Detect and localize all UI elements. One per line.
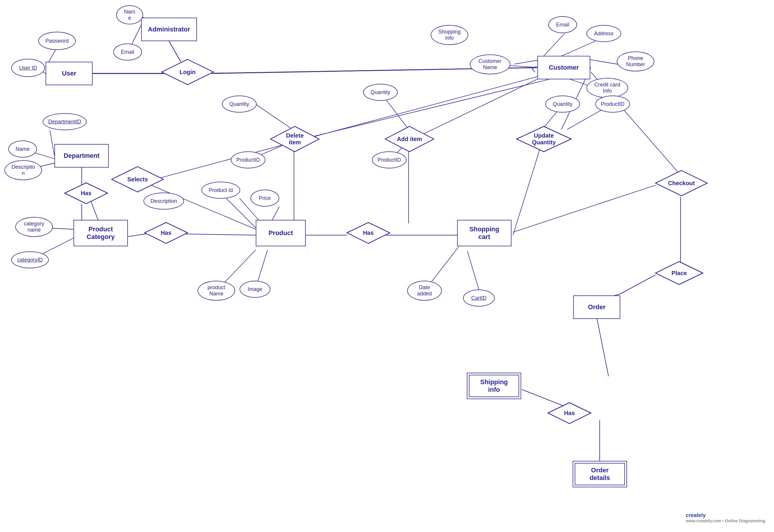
relationship-has-prod-cart: Has	[346, 222, 390, 244]
relationship-selects: Selects	[111, 166, 164, 193]
attribute-update-quantity: Quantity	[545, 96, 580, 113]
relationship-has-cat-prod: Has	[144, 222, 188, 244]
attribute-add-quantity: Quantity	[363, 84, 398, 101]
entity-order: Order	[573, 295, 620, 319]
svg-line-45	[513, 141, 542, 235]
entity-shopping-cart: Shoppingcart	[457, 220, 511, 246]
attribute-update-productid: ProductID	[595, 96, 630, 113]
svg-line-46	[513, 185, 656, 232]
relationship-update-quantity: UpdateQuantity	[516, 126, 572, 152]
attribute-date-added: Dateadded	[407, 281, 442, 301]
relationship-delete-item: Deleteitem	[270, 126, 320, 152]
entity-order-details: Orderdetails	[573, 461, 627, 487]
attribute-admin-name: Name	[116, 5, 143, 24]
entity-customer: Customer	[537, 56, 590, 79]
svg-line-9	[514, 60, 538, 64]
attribute-product-id: Product Id	[201, 182, 240, 199]
entity-product-category: ProductCategory	[73, 220, 128, 246]
svg-line-17	[50, 130, 54, 156]
attribute-customer-name: CustomerName	[470, 54, 510, 74]
relationship-has-order: Has	[547, 402, 591, 424]
entity-user: User	[46, 62, 93, 85]
attribute-phone-number: PhoneNumber	[617, 51, 654, 71]
attribute-cart-id: CartID	[463, 290, 495, 307]
attribute-customer-email: Email	[548, 16, 577, 33]
svg-line-49	[620, 275, 656, 294]
attribute-dept-name: Name	[8, 140, 37, 158]
attribute-shopping-info: Shoppinginfo	[431, 25, 468, 45]
attribute-admin-email: Email	[113, 44, 142, 61]
svg-line-56	[532, 66, 536, 69]
attribute-category-name: categoryname	[15, 217, 53, 237]
svg-line-57	[532, 69, 535, 72]
svg-line-33	[467, 251, 479, 290]
attribute-delete-productid: ProductID	[231, 151, 265, 168]
relationship-place: Place	[655, 261, 703, 285]
attribute-address: Address	[586, 25, 621, 42]
attribute-product-description: Description	[143, 193, 184, 210]
entity-product: Product	[256, 220, 306, 246]
attribute-image: Image	[240, 281, 270, 298]
svg-line-11	[559, 41, 595, 57]
watermark: creately www.creately.com • Online Diagr…	[686, 512, 765, 523]
svg-line-10	[544, 34, 564, 56]
attribute-user-id: User ID	[11, 59, 45, 77]
attribute-dept-description: Description	[4, 160, 42, 180]
attribute-price: Price	[250, 190, 279, 207]
entity-administrator: Administrator	[141, 18, 197, 41]
relationship-has-dept-cat: Has	[64, 182, 108, 204]
entity-shipping-info: Shippinginfo	[467, 373, 521, 399]
attribute-delete-quantity: Quantity	[222, 96, 257, 113]
attribute-credit-card: Credit cardInfo	[586, 78, 628, 98]
svg-line-55	[144, 73, 549, 182]
entity-department: Department	[54, 144, 109, 168]
attribute-product-name: productName	[198, 281, 235, 301]
attribute-department-id: DepartmentID	[43, 113, 87, 130]
attribute-add-productid: ProductID	[372, 151, 407, 168]
attribute-password: Password	[38, 32, 76, 50]
er-diagram-canvas: User Administrator Department ProductCat…	[0, 0, 774, 532]
relationship-checkout: Checkout	[655, 170, 708, 196]
svg-line-51	[597, 317, 608, 376]
relationship-login: Login	[161, 59, 214, 85]
relationship-add-item: Add item	[385, 126, 434, 152]
attribute-category-id: categoryID	[11, 251, 49, 268]
